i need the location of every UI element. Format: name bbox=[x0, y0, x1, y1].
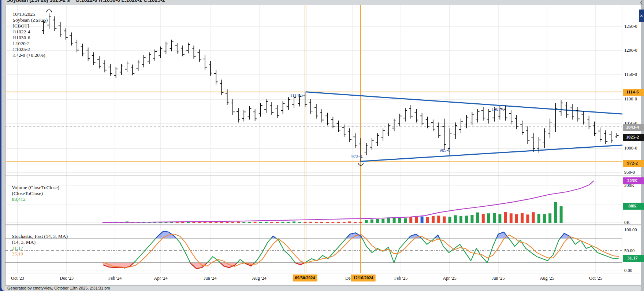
volume-bar bbox=[409, 217, 412, 223]
price-axis-label: 100.00 bbox=[624, 227, 643, 233]
price-axis-label: 1200-0 bbox=[624, 48, 643, 53]
time-axis-label: Oct '23 bbox=[11, 276, 24, 281]
volume-bar bbox=[548, 213, 551, 223]
volume-bar bbox=[326, 222, 329, 223]
volume-bar bbox=[376, 219, 379, 223]
time-axis-label: Feb '24 bbox=[108, 276, 122, 281]
quote-exchange: [CBOT] bbox=[13, 23, 29, 29]
volume-bar bbox=[398, 218, 401, 223]
price-axis-badge[interactable]: 972-2 bbox=[623, 160, 642, 167]
volume-bar bbox=[498, 214, 501, 223]
volume-bar bbox=[304, 222, 306, 223]
close-label: C bbox=[13, 47, 16, 52]
quote-date: 10/13/2025 bbox=[13, 11, 36, 17]
volume-bar bbox=[493, 213, 496, 223]
price-axis-badge[interactable]: 1114-6 bbox=[623, 89, 642, 96]
time-axis-label: Aug '24 bbox=[252, 276, 266, 281]
chevron-left-icon[interactable]: ❮ bbox=[640, 0, 644, 5]
stochastic-study-params: (14, 3, MA) bbox=[12, 239, 36, 245]
volume-bar bbox=[248, 222, 251, 223]
time-axis-label: Aug '25 bbox=[540, 276, 554, 281]
generated-by-text: Generated by cmdtyView, October 13th 202… bbox=[7, 286, 110, 290]
time-axis-label: Jun '24 bbox=[204, 276, 216, 281]
adjacent-window-badge-fragment bbox=[641, 134, 644, 141]
volume-bar bbox=[265, 222, 268, 223]
high-label: H bbox=[13, 35, 16, 40]
volume-bar bbox=[226, 222, 229, 223]
open-interest-line bbox=[103, 181, 594, 222]
volume-bar bbox=[220, 222, 223, 223]
volume-bar bbox=[343, 222, 346, 223]
volume-bar bbox=[309, 222, 312, 223]
volume-bar bbox=[470, 215, 473, 223]
volume-bar bbox=[465, 216, 468, 223]
price-axis-badge[interactable]: 88K bbox=[623, 203, 642, 210]
chart-canvas[interactable]: 1114-6972-2985-01087-0 bbox=[0, 0, 644, 291]
volume-bar bbox=[504, 212, 507, 223]
price-axis-label: 50.00 bbox=[624, 248, 643, 254]
volume-bar bbox=[231, 222, 234, 223]
volume-bar bbox=[432, 216, 435, 223]
adjacent-window-strip[interactable] bbox=[641, 0, 644, 291]
volume-bar bbox=[371, 220, 373, 223]
price-axis-label: 1000-0 bbox=[624, 146, 643, 151]
volume-bar bbox=[448, 217, 451, 223]
volume-bar bbox=[537, 214, 540, 223]
volume-bar bbox=[476, 213, 479, 223]
low-label: L bbox=[13, 41, 16, 46]
trendline bbox=[361, 145, 622, 161]
price-axis-label: 950-0 bbox=[624, 170, 643, 175]
chart-window: Soybean (ZSF26) 1025-2 s O:1022-6 H:1030… bbox=[0, 0, 644, 291]
price-axis-badge[interactable]: 223K bbox=[623, 177, 642, 184]
volume-bar bbox=[242, 222, 245, 223]
price-axis-badge[interactable]: 1043-4 bbox=[623, 124, 642, 131]
volume-bar bbox=[315, 222, 318, 223]
time-axis-label: Oct '25 bbox=[589, 276, 602, 281]
adjacent-window-badge-fragment bbox=[641, 203, 644, 210]
main-pane-header: 10/13/2025 Soybean (ZSF26) [CBOT] O1022-… bbox=[8, 5, 49, 64]
volume-bar bbox=[459, 216, 462, 223]
volume-bar bbox=[560, 206, 563, 223]
adjacent-window-badge-fragment bbox=[641, 89, 644, 96]
volume-bar bbox=[320, 222, 323, 223]
volume-bar bbox=[348, 221, 351, 223]
volume-bar bbox=[287, 222, 290, 223]
volume-bar bbox=[510, 213, 513, 223]
volume-bar bbox=[426, 217, 429, 223]
time-axis-label: Dec '23 bbox=[60, 276, 74, 281]
volume-bar bbox=[443, 216, 446, 223]
volume-bar bbox=[482, 214, 485, 223]
volume-bar bbox=[282, 222, 284, 223]
stochastic-study-title: Stochastic, Fast (14, 3, MA) bbox=[12, 233, 68, 239]
volume-bar bbox=[526, 214, 529, 223]
close-icon[interactable]: ✕ bbox=[639, 10, 644, 22]
adjacent-window-badge-fragment bbox=[641, 255, 644, 262]
price-axis-label: 1250-0 bbox=[624, 24, 643, 29]
adjacent-window-badge-fragment bbox=[641, 160, 644, 167]
time-axis-date-badge[interactable]: 09/30/2024 bbox=[293, 275, 317, 281]
volume-bar bbox=[276, 222, 279, 223]
volume-bar bbox=[298, 222, 301, 223]
volume-bar bbox=[215, 222, 217, 223]
change-value: +2-0 (+0.20%) bbox=[16, 52, 45, 58]
window-left-gutter bbox=[1, 0, 5, 291]
stochastic-k-value: 31.17 bbox=[12, 245, 23, 251]
adjacent-window-badge-fragment bbox=[641, 124, 644, 131]
close-value: 1025-2 bbox=[16, 47, 30, 52]
volume-study-params: (CloseToClose) bbox=[12, 191, 43, 196]
price-axis-badge[interactable]: 1025-2 bbox=[623, 134, 642, 141]
open-value: 1022-4 bbox=[16, 29, 30, 34]
volume-bar bbox=[254, 222, 257, 223]
change-delta-icon: Δ bbox=[13, 52, 16, 58]
volume-bar bbox=[204, 222, 206, 223]
time-axis-label: Jun '25 bbox=[492, 276, 505, 281]
volume-bar bbox=[554, 202, 557, 223]
time-axis-date-badge[interactable]: 12/16/2024 bbox=[351, 275, 376, 281]
time-axis-label: Apr '25 bbox=[443, 276, 456, 281]
volume-pane-header: Volume (CloseToClose) (CloseToClose) 88,… bbox=[7, 179, 62, 208]
volume-bar bbox=[259, 222, 262, 223]
volume-bar bbox=[270, 222, 273, 223]
price-axis-badge[interactable]: 31.17 bbox=[623, 255, 642, 262]
volume-bar bbox=[337, 222, 340, 223]
footer-bar: Generated by cmdtyView, October 13th 202… bbox=[1, 285, 644, 291]
